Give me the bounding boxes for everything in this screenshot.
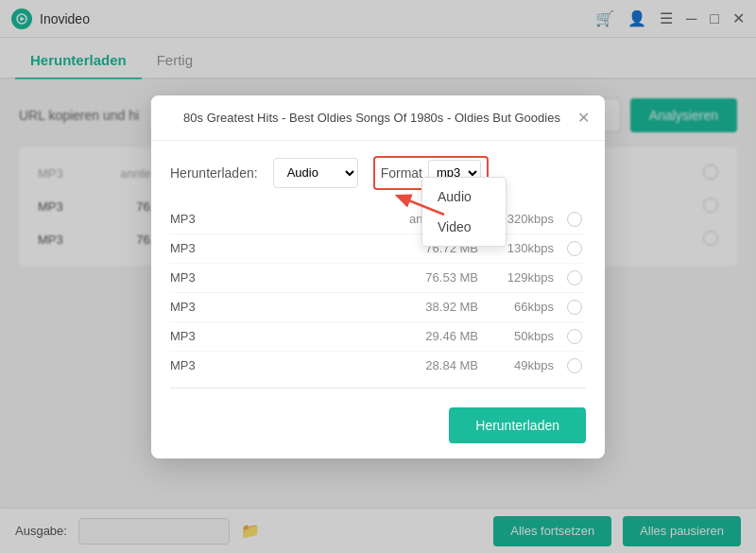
dialog-divider (170, 388, 586, 389)
dialog-title: 80s Greatest Hits - Best Oldies Songs Of… (166, 111, 577, 125)
table-row: MP3 76.72 MB 130kbps (170, 234, 586, 264)
format-label: Format (381, 165, 422, 181)
table-row: MP3 29.46 MB 50kbps (170, 322, 586, 352)
dialog-table: MP3 annte Größe 320kbps MP3 76.72 MB 130… (151, 205, 605, 380)
download-button[interactable]: Herunterladen (449, 407, 586, 443)
dialog-header: 80s Greatest Hits - Best Oldies Songs Of… (151, 95, 605, 141)
modal-overlay: 80s Greatest Hits - Best Oldies Songs Of… (0, 0, 756, 553)
dialog-footer: Herunterladen (151, 396, 605, 458)
table-row: MP3 28.84 MB 49kbps (170, 352, 586, 380)
arrow-indicator (378, 186, 454, 228)
table-row: MP3 76.53 MB 129kbps (170, 264, 586, 293)
audio-video-select[interactable]: Audio Video (273, 158, 358, 188)
download-dialog: 80s Greatest Hits - Best Oldies Songs Of… (151, 95, 605, 458)
herunterladen-label: Herunterladen: (170, 165, 258, 181)
dialog-close-button[interactable]: ✕ (577, 109, 590, 127)
table-row: MP3 38.92 MB 66kbps (170, 293, 586, 322)
